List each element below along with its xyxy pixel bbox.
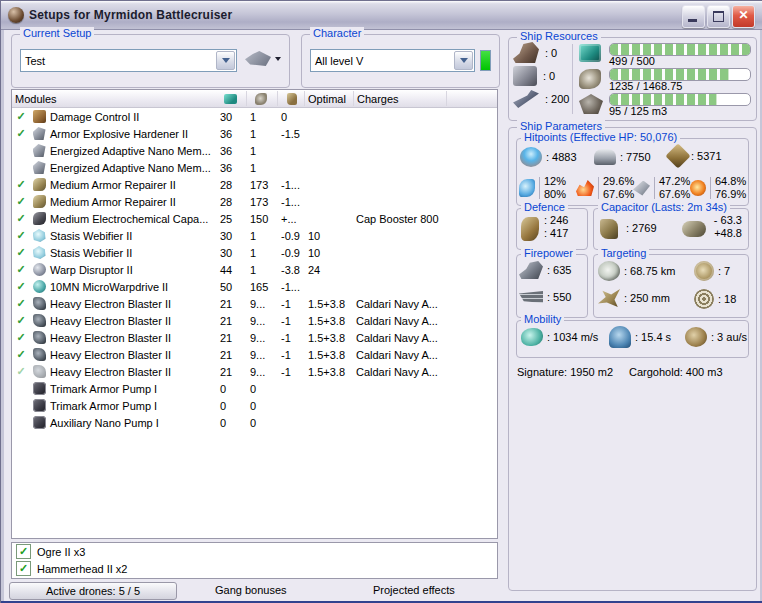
col-extra[interactable] (447, 91, 497, 106)
fitted-check-icon: ✓ (12, 297, 30, 310)
module-powergrid: 1 (247, 264, 278, 276)
module-row[interactable]: ✓ Armor Explosive Hardener II 36 1 -1.5 (12, 125, 497, 142)
module-optimal: 1.5+3.8 (305, 366, 354, 378)
armor-hp-icon (594, 149, 616, 165)
col-charges[interactable]: Charges (354, 91, 447, 106)
module-row[interactable]: Trimark Armor Pump I 0 0 (12, 397, 497, 414)
resource-bar-fill (610, 44, 751, 55)
module-row[interactable]: Auxiliary Nano Pump I 0 0 (12, 414, 497, 431)
resource-icon (579, 69, 601, 89)
resist-top: 64.8% (715, 175, 746, 187)
close-button[interactable]: ✕ (732, 5, 755, 28)
module-icon (33, 382, 46, 395)
module-cap-use: +... (278, 213, 305, 225)
resist-bottom: 67.6% (603, 188, 634, 200)
hitpoints-group: Hitpoints (Effective HP: 50,076) : 4883 … (516, 138, 749, 206)
module-cap-use: -1.5 (278, 128, 305, 140)
module-icon (33, 195, 46, 208)
module-cpu: 28 (217, 196, 247, 208)
module-row[interactable]: ✓ Stasis Webifier II 30 1 -0.9 10 (12, 227, 497, 244)
module-powergrid: 9... (247, 332, 278, 344)
resource-icon (579, 94, 603, 114)
resource-icon (579, 44, 601, 62)
module-row[interactable]: Energized Adaptive Nano Mem... 36 1 (12, 142, 497, 159)
resist-icon (633, 181, 650, 196)
module-cap-use: -1 (278, 366, 305, 378)
module-row[interactable]: ✓ 10MN MicroWarpdrive II 50 165 -1... (12, 278, 497, 295)
drone-checkbox[interactable]: ✓ (16, 544, 31, 559)
module-charges: Caldari Navy A... (354, 332, 447, 344)
resist-icon (519, 179, 535, 197)
module-row[interactable]: ✓ Medium Armor Repairer II 28 173 -1... (12, 193, 497, 210)
module-optimal: 10 (305, 230, 354, 242)
module-icon (33, 110, 46, 123)
fitted-check-icon: ✓ (12, 263, 30, 276)
module-row[interactable]: Energized Adaptive Nano Mem... 36 1 (12, 159, 497, 176)
module-powergrid: 1 (247, 111, 278, 123)
character-select-arrow[interactable] (454, 51, 473, 70)
module-row[interactable]: ✓ Medium Armor Repairer II 28 173 -1... (12, 176, 497, 193)
module-row[interactable]: ✓ Heavy Electron Blaster II 21 9... -1 1… (12, 363, 497, 380)
module-cap-use: -1 (278, 298, 305, 310)
module-cpu: 30 (217, 230, 247, 242)
divider (710, 177, 711, 199)
module-row[interactable]: Trimark Armor Pump I 0 0 (12, 380, 497, 397)
active-drones-button[interactable]: Active drones: 5 / 5 (9, 582, 177, 600)
module-cpu: 25 (217, 213, 247, 225)
current-setup-label: Current Setup (20, 27, 94, 39)
fitted-check-icon: ✓ (12, 195, 30, 208)
col-capacitor[interactable] (278, 91, 305, 106)
module-icon (33, 348, 46, 361)
module-row[interactable]: ✓ Warp Disruptor II 44 1 -3.8 24 (12, 261, 497, 278)
module-powergrid: 1 (247, 145, 278, 157)
title-bar[interactable]: Setups for Myrmidon Battlecruiser ✕ (1, 1, 762, 30)
fitted-check-icon: ✓ (12, 178, 30, 191)
divider (572, 44, 573, 114)
module-row[interactable]: ✓ Heavy Electron Blaster II 21 9... -1 1… (12, 312, 497, 329)
module-charges: Caldari Navy A... (354, 315, 447, 327)
col-optimal[interactable]: Optimal (305, 91, 354, 106)
gang-bonuses-tab[interactable]: Gang bonuses (215, 584, 287, 596)
defence-value-bottom: : 417 (544, 227, 568, 239)
maximize-button[interactable] (707, 5, 730, 28)
module-name: Heavy Electron Blaster II (48, 298, 217, 310)
col-powergrid[interactable] (247, 91, 278, 106)
chevron-down-icon (275, 57, 281, 61)
max-velocity-icon (521, 328, 543, 346)
resource-bar-fill (610, 94, 717, 105)
modules-table-header[interactable]: Modules Optimal Charges (12, 90, 497, 108)
module-cpu: 21 (217, 349, 247, 361)
module-cpu: 21 (217, 298, 247, 310)
modules-rows: ✓ Damage Control II 30 1 0 ✓ Armor Explo… (12, 108, 497, 431)
resource-bar-fill (610, 69, 729, 80)
targeting-range-value: : 68.75 km (624, 265, 675, 277)
sensor-strength-icon (694, 289, 714, 309)
drone-row[interactable]: ✓ Hammerhead II x2 (12, 560, 497, 577)
module-row[interactable]: ✓ Heavy Electron Blaster II 21 9... -1 1… (12, 329, 497, 346)
setup-select-arrow[interactable] (216, 51, 235, 70)
projected-effects-tab[interactable]: Projected effects (373, 584, 455, 596)
module-powergrid: 0 (247, 383, 278, 395)
resource-bar-text: 1235 / 1468.75 (609, 80, 682, 92)
module-row[interactable]: ✓ Heavy Electron Blaster II 21 9... -1 1… (12, 295, 497, 312)
ship-menu-button[interactable] (245, 51, 281, 66)
defence-value-top: : 246 (544, 214, 568, 226)
module-row[interactable]: ✓ Stasis Webifier II 30 1 -0.9 10 (12, 244, 497, 261)
module-row[interactable]: ✓ Damage Control II 30 1 0 (12, 108, 497, 125)
drone-row[interactable]: ✓ Ogre II x3 (12, 543, 497, 560)
drone-checkbox[interactable]: ✓ (16, 561, 31, 576)
module-icon (33, 331, 46, 344)
defence-icon (521, 217, 539, 241)
setup-select[interactable]: Test (20, 49, 237, 72)
character-select[interactable]: All level V (310, 49, 475, 72)
module-powergrid: 150 (247, 213, 278, 225)
character-group: Character All level V (301, 34, 500, 88)
col-cpu[interactable] (217, 91, 247, 106)
module-cap-use: -0.9 (278, 247, 305, 259)
col-modules[interactable]: Modules (12, 91, 217, 106)
max-targets-icon (694, 261, 714, 281)
minimize-button[interactable] (682, 5, 705, 28)
module-row[interactable]: ✓ Heavy Electron Blaster II 21 9... -1 1… (12, 346, 497, 363)
module-row[interactable]: ✓ Medium Electrochemical Capa... 25 150 … (12, 210, 497, 227)
resist-icon (690, 180, 706, 196)
